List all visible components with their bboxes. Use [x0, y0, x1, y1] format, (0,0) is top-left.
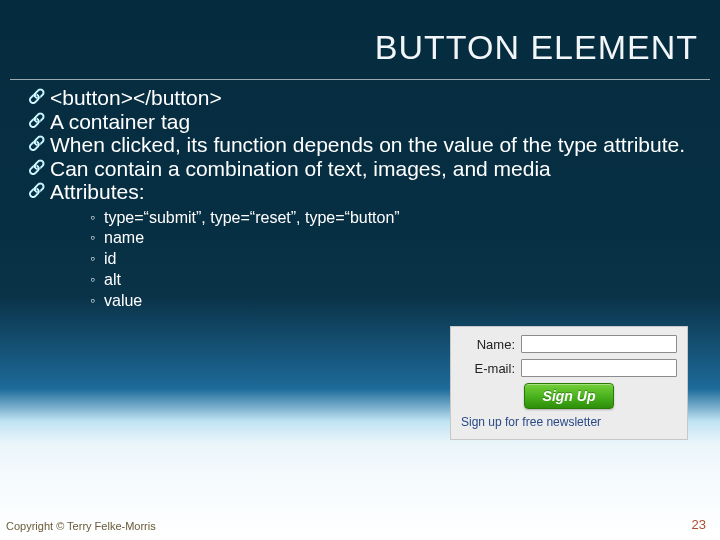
copyright: Copyright © Terry Felke-Morris	[6, 520, 156, 532]
name-input[interactable]	[521, 335, 677, 353]
page-title: BUTTON ELEMENT	[10, 28, 710, 67]
bullet-text: Attributes:	[50, 180, 145, 203]
bullet-item: <button></button>	[28, 86, 710, 110]
bullet-list: <button></button> A container tag When c…	[10, 86, 710, 312]
email-label: E-mail:	[461, 361, 515, 376]
page-number: 23	[692, 517, 706, 532]
sub-list: type=“submit”, type=“reset”, type=“butto…	[50, 204, 710, 312]
name-label: Name:	[461, 337, 515, 352]
bullet-item: A container tag	[28, 110, 710, 134]
signup-button[interactable]: Sign Up	[524, 383, 615, 409]
bullet-item: Can contain a combination of text, image…	[28, 157, 710, 181]
form-row-email: E-mail:	[461, 359, 677, 377]
sub-text: name	[104, 229, 144, 246]
button-row: Sign Up	[461, 383, 677, 409]
form-caption: Sign up for free newsletter	[461, 415, 677, 429]
signup-button-label: Sign Up	[543, 388, 596, 404]
sub-item: type=“submit”, type=“reset”, type=“butto…	[90, 208, 710, 229]
bullet-item: When clicked, its function depends on th…	[28, 133, 710, 157]
bullet-text: <button></button>	[50, 86, 222, 109]
sub-text: type=“submit”, type=“reset”, type=“butto…	[104, 209, 400, 226]
sub-item: name	[90, 228, 710, 249]
title-divider	[10, 79, 710, 80]
sub-text: alt	[104, 271, 121, 288]
form-row-name: Name:	[461, 335, 677, 353]
email-input[interactable]	[521, 359, 677, 377]
bullet-item: Attributes: type=“submit”, type=“reset”,…	[28, 180, 710, 312]
bullet-text: A container tag	[50, 110, 190, 133]
sub-item: id	[90, 249, 710, 270]
slide: BUTTON ELEMENT <button></button> A conta…	[0, 0, 720, 540]
form-illustration: Name: E-mail: Sign Up Sign up for free n…	[450, 326, 688, 440]
sub-text: id	[104, 250, 116, 267]
bullet-text: Can contain a combination of text, image…	[50, 157, 551, 180]
sub-text: value	[104, 292, 142, 309]
sub-item: value	[90, 291, 710, 312]
sub-item: alt	[90, 270, 710, 291]
bullet-text: When clicked, its function depends on th…	[50, 133, 685, 156]
